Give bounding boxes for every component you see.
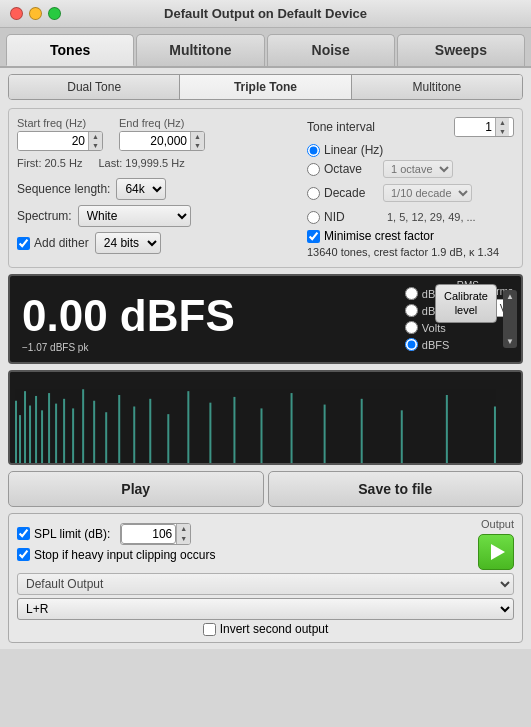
start-freq-down[interactable]: ▼	[89, 141, 102, 150]
invert-checkbox[interactable]	[203, 623, 216, 636]
start-freq-input[interactable]	[18, 132, 88, 150]
window-title: Default Output on Default Device	[164, 6, 367, 21]
svg-rect-1	[15, 401, 17, 463]
tone-interval-input[interactable]	[455, 118, 495, 136]
tone-interval-up[interactable]: ▲	[496, 118, 509, 127]
first-freq-info: First: 20.5 Hz	[17, 157, 82, 169]
decade-select[interactable]: 1/10 decade	[383, 184, 472, 202]
last-freq-info: Last: 19,999.5 Hz	[98, 157, 184, 169]
output-channel-select[interactable]: L+R L R	[17, 598, 514, 620]
sub-tab-multitone[interactable]: Multitone	[352, 75, 522, 99]
peak-label: −1.07 dBFS pk	[22, 342, 397, 353]
svg-rect-7	[48, 393, 50, 463]
save-to-file-button[interactable]: Save to file	[268, 471, 524, 507]
octave-radio[interactable]	[307, 163, 320, 176]
svg-rect-6	[41, 410, 43, 463]
dbfs-label: dBFS	[422, 339, 450, 351]
svg-rect-18	[187, 391, 189, 463]
meter-value: 0.00 dBFS	[22, 294, 397, 338]
svg-rect-11	[82, 389, 84, 463]
octave-select[interactable]: 1 octave	[383, 160, 453, 178]
nid-radio[interactable]	[307, 211, 320, 224]
spl-down[interactable]: ▼	[177, 534, 190, 544]
minimise-crest-checkbox[interactable]	[307, 230, 320, 243]
calibrate-label: Calibratelevel	[444, 290, 488, 316]
dbu-radio[interactable]	[405, 287, 418, 300]
sub-tab-triple-tone[interactable]: Triple Tone	[180, 75, 351, 99]
svg-rect-26	[446, 395, 448, 463]
dither-select[interactable]: 24 bits 16 bits None	[95, 232, 161, 254]
end-freq-up[interactable]: ▲	[191, 132, 204, 141]
output-play-button[interactable]	[478, 534, 514, 570]
tab-noise[interactable]: Noise	[267, 34, 395, 66]
sequence-length-label: Sequence length:	[17, 182, 110, 196]
output-device-select[interactable]: Default Output	[17, 573, 514, 595]
meter-section: RMS 0.00 dBFS −1.07 dBFS pk ▲ ▼ dBu dBV	[8, 274, 523, 364]
dbfs-radio[interactable]	[405, 338, 418, 351]
tab-multitone[interactable]: Multitone	[136, 34, 264, 66]
minimise-crest-label: Minimise crest factor	[324, 229, 434, 243]
output-section-label: Output	[481, 518, 514, 530]
volts-label: Volts	[422, 322, 446, 334]
svg-rect-8	[55, 404, 57, 463]
svg-rect-13	[105, 412, 107, 463]
svg-rect-3	[24, 391, 26, 463]
svg-rect-4	[29, 406, 31, 463]
tone-interval-down[interactable]: ▼	[496, 127, 509, 136]
calibrate-button[interactable]: Calibratelevel	[435, 284, 497, 323]
crest-info: 13640 tones, crest factor 1.9 dB, κ 1.34	[307, 243, 514, 258]
nid-label: NID	[324, 210, 379, 224]
linear-radio[interactable]	[307, 144, 320, 157]
svg-rect-17	[167, 414, 169, 463]
svg-rect-24	[361, 399, 363, 463]
tab-tones[interactable]: Tones	[6, 34, 134, 66]
action-buttons: Play Save to file	[8, 471, 523, 507]
spl-limit-label: SPL limit (dB):	[34, 527, 110, 541]
svg-rect-20	[233, 397, 235, 463]
play-triangle-icon	[491, 544, 505, 560]
svg-rect-22	[291, 393, 293, 463]
minimize-button[interactable]	[29, 7, 42, 20]
stop-clipping-checkbox[interactable]	[17, 548, 30, 561]
tone-interval-label: Tone interval	[307, 120, 450, 134]
octave-label: Octave	[324, 162, 379, 176]
spl-limit-checkbox[interactable]	[17, 527, 30, 540]
dbv-radio[interactable]	[405, 304, 418, 317]
close-button[interactable]	[10, 7, 23, 20]
svg-rect-14	[118, 395, 120, 463]
main-tabs: Tones Multitone Noise Sweeps	[0, 28, 531, 68]
maximize-button[interactable]	[48, 7, 61, 20]
meter-scrollbar[interactable]: ▲ ▼	[503, 290, 517, 348]
svg-rect-21	[260, 408, 262, 463]
sub-tab-dual-tone[interactable]: Dual Tone	[9, 75, 180, 99]
end-freq-input[interactable]	[120, 132, 190, 150]
spectrum-label: Spectrum:	[17, 209, 72, 223]
start-freq-label: Start freq (Hz)	[17, 117, 103, 129]
sequence-length-select[interactable]: 64k 32k 16k	[116, 178, 166, 200]
play-button[interactable]: Play	[8, 471, 264, 507]
spl-up[interactable]: ▲	[177, 524, 190, 534]
spectrum-section	[8, 370, 523, 465]
svg-rect-27	[494, 406, 496, 463]
svg-rect-10	[72, 408, 74, 463]
output-section: SPL limit (dB): ▲ ▼ Stop if heavy input …	[8, 513, 523, 643]
linear-label: Linear (Hz)	[324, 143, 383, 157]
settings-section: Start freq (Hz) ▲ ▼ End freq (Hz)	[8, 108, 523, 268]
spectrum-select[interactable]: White Pink Equal loudness	[78, 205, 191, 227]
svg-rect-23	[324, 405, 326, 463]
spectrum-display	[10, 372, 521, 463]
decade-label: Decade	[324, 186, 379, 200]
volts-radio[interactable]	[405, 321, 418, 334]
end-freq-down[interactable]: ▼	[191, 141, 204, 150]
window-controls	[10, 7, 61, 20]
svg-rect-19	[209, 403, 211, 463]
nid-values: 1, 5, 12, 29, 49, ...	[387, 211, 476, 223]
decade-radio[interactable]	[307, 187, 320, 200]
svg-rect-12	[93, 401, 95, 463]
tab-sweeps[interactable]: Sweeps	[397, 34, 525, 66]
svg-rect-15	[133, 406, 135, 463]
add-dither-checkbox[interactable]	[17, 237, 30, 250]
start-freq-up[interactable]: ▲	[89, 132, 102, 141]
spl-limit-input[interactable]	[121, 524, 176, 544]
svg-rect-2	[19, 415, 21, 463]
